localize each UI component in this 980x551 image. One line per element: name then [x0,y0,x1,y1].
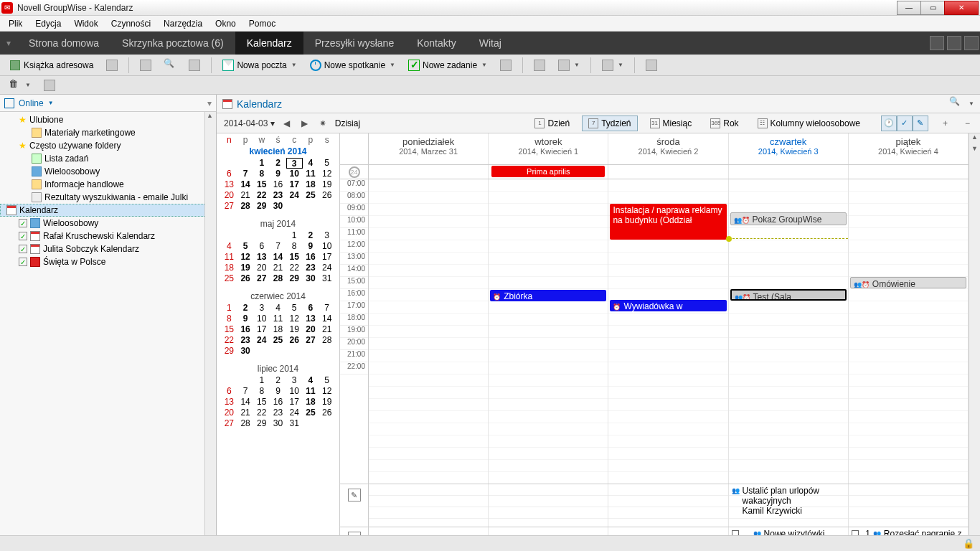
minical-day[interactable]: 24 [253,335,270,346]
minical-day[interactable]: 9 [303,241,319,252]
tree-row[interactable]: ✓Święta w Polsce [0,255,216,268]
goto-today-icon[interactable]: ✷ [316,118,329,128]
tree-row[interactable]: Materiały marketingowe [0,126,216,139]
minical-day[interactable]: 31 [286,418,303,429]
minical-day[interactable]: 14 [319,314,335,324]
minical-day[interactable]: 27 [221,418,237,429]
minical-day[interactable]: 5 [286,303,303,314]
minical-day[interactable]: 1 [253,158,270,169]
allday-event[interactable]: Prima aprilis [491,166,605,177]
minical-day[interactable]: 12 [237,252,254,263]
next-button[interactable]: ▶ [298,118,311,128]
minical-day[interactable]: 23 [237,335,254,346]
calendar-event[interactable]: Instalacja / naprawa reklamy na budynku … [610,204,726,240]
allday-cell[interactable] [369,165,489,179]
calendar-event[interactable]: 👥⏰Omówienie [850,277,966,288]
content-scrollbar[interactable]: ▲ ▼ [969,133,980,551]
view-month[interactable]: 31Miesiąc [644,116,699,131]
minical-day[interactable]: 21 [270,263,286,273]
minical-day[interactable]: 19 [286,324,303,335]
minical-day[interactable]: 30 [270,418,286,429]
minical-day[interactable]: 23 [270,408,286,418]
minical-day[interactable]: 27 [253,273,270,284]
minical-day[interactable]: 25 [221,273,237,284]
minical-day[interactable]: 24 [319,263,335,273]
presence-selector[interactable]: Online▼ ▾ [0,95,216,112]
minical-day[interactable]: 29 [253,201,270,212]
tb-icon-2[interactable] [135,57,156,74]
panel-icon-3[interactable] [964,36,979,50]
view-multi[interactable]: ☷Kolumny wieloosobowe [751,116,867,131]
minical-day[interactable]: 22 [253,190,270,201]
day-header[interactable]: środa2014, Kwiecień 2 [608,133,728,164]
minical-day[interactable]: 25 [270,335,286,346]
minical-day[interactable]: 12 [286,314,303,324]
minical-day[interactable]: 21 [237,408,254,418]
minical-day[interactable]: 17 [319,252,335,263]
minical-day[interactable]: 29 [253,418,270,429]
view-week[interactable]: 7Tydzień [582,116,637,131]
minical-day[interactable]: 29 [221,346,237,357]
minical-day[interactable]: 28 [237,201,254,212]
minical-day[interactable]: 11 [303,386,319,397]
minical-day[interactable]: 6 [221,386,237,397]
allday-cell[interactable] [729,165,849,179]
time-column[interactable]: Instalacja / naprawa reklamy na budynku … [608,179,728,484]
minical-day[interactable]: 7 [237,169,254,179]
note-item[interactable]: 👥Ustalić plan urlopów wakacyjnychKamil K… [732,486,845,516]
appt-filter-icon[interactable]: 🕐 [881,116,897,131]
tree-row[interactable]: ✓Wieloosobowy [0,217,216,230]
minical-day[interactable]: 6 [253,241,270,252]
menu-plik[interactable]: Plik [3,17,28,30]
minical-day[interactable]: 3 [253,303,270,314]
navtab-kalendarz[interactable]: Kalendarz [235,32,303,55]
minical-day[interactable]: 19 [319,179,335,190]
address-book-button[interactable]: Książka adresowa [4,57,98,74]
minical-day[interactable]: 18 [303,397,319,408]
allday-cell[interactable]: Prima aprilis [489,165,608,179]
note-cell[interactable]: 👥Ustalić plan urlopów wakacyjnychKamil K… [729,484,849,527]
minical-day[interactable]: 8 [286,241,303,252]
minical-day[interactable]: 10 [286,386,303,397]
note-cell[interactable] [369,484,489,527]
minical-day[interactable]: 21 [319,324,335,335]
minical-day[interactable]: 8 [253,169,270,179]
menu-widok[interactable]: Widok [68,17,103,30]
minical-day[interactable]: 17 [286,179,303,190]
minical-day[interactable]: 1 [253,375,270,386]
minical-day[interactable]: 3 [286,375,303,386]
minical-day[interactable]: 30 [237,346,254,357]
minical-day[interactable]: 4 [303,375,319,386]
minical-day[interactable]: 19 [237,263,254,273]
minical-day[interactable]: 20 [253,263,270,273]
minical-day[interactable]: 11 [270,314,286,324]
minical-day[interactable]: 7 [237,386,254,397]
remove-calendar-button[interactable]: − [962,118,973,128]
minical-day[interactable]: 4 [270,303,286,314]
minical-day[interactable]: 10 [286,169,303,179]
minical-day[interactable]: 14 [237,397,254,408]
minical-day[interactable]: 20 [221,408,237,418]
time-column[interactable] [369,179,489,484]
minical-day[interactable]: 9 [270,386,286,397]
calendar-event[interactable]: 👥⏰Pokaz GroupWise [730,212,847,225]
minical-day[interactable]: 25 [303,408,319,418]
tree-row[interactable]: ★Ulubione [0,113,216,126]
time-column[interactable]: 👥⏰Pokaz GroupWise👥⏰Test (Sala [729,179,849,484]
tb-icon-7[interactable]: ▼ [597,57,628,74]
tree-row[interactable]: ★Często używane foldery [0,139,216,152]
close-button[interactable]: ✕ [944,1,979,15]
navtab-skrzynka-pocztowa-[interactable]: Skrzynka pocztowa (6) [110,32,235,55]
allday-cell[interactable] [608,165,728,179]
minical-day[interactable]: 13 [221,179,237,190]
minical-day[interactable]: 1 [286,230,303,241]
sidebar-scrollbar[interactable] [204,112,216,551]
minical-day[interactable]: 2 [270,158,286,169]
minical-day[interactable]: 15 [253,397,270,408]
tb-icon-3[interactable] [184,57,205,74]
menu-pomoc[interactable]: Pomoc [243,17,281,30]
minical-day[interactable]: 20 [221,190,237,201]
day-header[interactable]: czwartek2014, Kwiecień 3 [729,133,849,164]
minical-day[interactable]: 9 [237,314,254,324]
minical-day[interactable]: 5 [319,375,335,386]
